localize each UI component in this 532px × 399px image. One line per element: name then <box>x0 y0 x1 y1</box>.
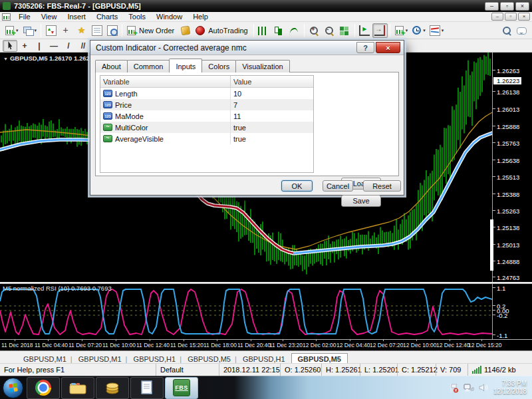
channel-button[interactable]: // <box>76 40 90 52</box>
data-window-button[interactable] <box>59 23 74 38</box>
price-axis[interactable]: 1.262631.261381.260131.258881.257631.256… <box>492 53 532 339</box>
rsi-indicator-label: M5 normalized RSI (10) 0.7693 0.7693 <box>3 285 112 292</box>
menu-view[interactable]: View <box>36 12 63 21</box>
status-profile[interactable]: Default <box>156 364 219 376</box>
market-watch-button[interactable] <box>43 23 59 38</box>
menu-charts[interactable]: Charts <box>91 12 123 21</box>
parameter-value[interactable]: true <box>231 124 313 132</box>
navigator-button[interactable]: ★ <box>74 23 89 38</box>
search-button[interactable] <box>499 23 514 38</box>
dialog-tab[interactable]: Common <box>127 60 170 72</box>
dialog-tab[interactable]: Colors <box>201 60 236 72</box>
auto-scroll-button[interactable] <box>357 23 372 38</box>
parameter-name: Price <box>115 101 132 109</box>
panel-splitter[interactable] <box>0 282 532 284</box>
mdi-close-button[interactable]: × <box>518 13 530 21</box>
dialog-tab[interactable]: About <box>95 60 128 72</box>
axis-scroll-thumb[interactable] <box>490 219 493 271</box>
terminal-button[interactable] <box>89 23 104 38</box>
vertical-line-button[interactable]: | <box>32 40 47 52</box>
menu-tools[interactable]: Tools <box>123 12 151 21</box>
time-axis[interactable]: 11 Dec 201811 Dec 04:4011 Dec 07:2011 De… <box>0 339 532 350</box>
close-button[interactable]: × <box>515 2 529 11</box>
new-order-button[interactable]: New Order <box>124 23 178 38</box>
menu-file[interactable]: File <box>13 12 36 21</box>
dialog-close-button[interactable]: × <box>376 42 400 53</box>
cursor-button[interactable] <box>3 40 17 52</box>
table-row[interactable]: Price 7 <box>100 99 313 110</box>
window-title: 7305206: FBS-Real-7 - [GBPUSD,M5] <box>14 2 141 10</box>
zoom-out-button[interactable]: - <box>322 23 337 38</box>
horizontal-line-button[interactable]: — <box>47 40 61 52</box>
speaker-icon[interactable] <box>479 383 489 392</box>
column-header-value[interactable]: Value <box>231 78 313 86</box>
dialog-tab[interactable]: Visualization <box>235 60 290 72</box>
action-center-flag-icon[interactable] <box>449 383 459 393</box>
parameter-type-icon <box>103 101 112 108</box>
candlestick-button[interactable] <box>271 23 287 38</box>
trendline-button[interactable]: / <box>61 40 76 52</box>
taskbar-explorer-button[interactable] <box>61 377 94 399</box>
periods-button[interactable]: ▾ <box>410 23 428 38</box>
rsi-axis-label: 1.1 <box>497 285 505 292</box>
menu-insert[interactable]: Insert <box>62 12 91 21</box>
price-axis-label: 1.25263 <box>497 207 519 215</box>
menu-help[interactable]: Help <box>188 12 213 21</box>
price-axis-label: 1.24888 <box>497 258 519 265</box>
signal-bars-icon <box>472 366 482 374</box>
dialog-tab[interactable]: Inputs <box>169 59 202 72</box>
price-axis-label: 1.26013 <box>497 106 519 113</box>
parameter-value[interactable]: 10 <box>231 90 313 98</box>
column-header-variable[interactable]: Variable <box>100 76 231 87</box>
chart-dropdown-icon[interactable]: ▼ <box>3 57 8 61</box>
taskbar-clock[interactable]: 7:33 PM 12/12/2018 <box>493 380 527 396</box>
table-row[interactable]: Length 10 <box>100 88 313 99</box>
parameters-table[interactable]: Variable Value Length 10 Price 7 MaMode … <box>100 75 314 173</box>
start-button[interactable] <box>3 378 23 398</box>
table-row[interactable]: MaMode 11 <box>100 110 313 122</box>
parameter-value[interactable]: 11 <box>231 112 313 120</box>
reset-button[interactable]: Reset <box>363 180 401 192</box>
crosshair-button[interactable]: + <box>17 40 32 52</box>
taskbar-fbs-button[interactable]: FBS <box>165 377 198 399</box>
chart-shift-button[interactable] <box>372 23 388 38</box>
maximize-button[interactable]: ▫ <box>500 2 514 11</box>
bar-chart-button[interactable] <box>256 23 271 38</box>
new-chart-button[interactable]: ▾ <box>3 23 21 38</box>
chart-system-icon[interactable] <box>2 13 11 21</box>
price-axis-label: 1.25638 <box>497 157 519 164</box>
tile-windows-button[interactable] <box>337 23 352 38</box>
zoom-in-button[interactable]: + <box>307 23 322 38</box>
rsi-chart[interactable] <box>0 284 492 339</box>
cursor-icon <box>5 41 15 51</box>
window-titlebar[interactable]: 7305206: FBS-Real-7 - [GBPUSD,M5] – ▫ × <box>0 0 532 12</box>
mdi-restore-button[interactable]: ▫ <box>505 13 517 21</box>
chevron-down-icon: ▾ <box>442 28 444 33</box>
mdi-minimize-button[interactable]: – <box>491 13 503 21</box>
taskbar-gold-app-button[interactable] <box>96 377 129 399</box>
custom-indicator-dialog[interactable]: Custom Indicator - Corrected average nmc… <box>90 40 404 196</box>
network-icon[interactable] <box>464 383 474 392</box>
price-axis-label: 1.25888 <box>497 123 519 130</box>
table-row[interactable]: MultiColor true <box>100 122 313 133</box>
indicators-button[interactable]: ▾ <box>392 23 410 38</box>
parameter-value[interactable]: true <box>231 135 313 143</box>
autotrading-button[interactable]: AutoTrading <box>193 23 251 38</box>
feedback-button[interactable] <box>514 23 529 38</box>
cancel-button[interactable]: Cancel <box>323 180 353 192</box>
parameter-value[interactable]: 7 <box>231 101 313 109</box>
templates-button[interactable]: ▾ <box>428 23 446 38</box>
line-chart-button[interactable] <box>287 23 302 38</box>
strategy-tester-button[interactable] <box>104 23 120 38</box>
menu-window[interactable]: Window <box>151 12 188 21</box>
save-button[interactable]: Save <box>341 195 381 207</box>
metaeditor-button[interactable] <box>178 23 193 38</box>
taskbar-notepad-button[interactable] <box>130 377 164 399</box>
ok-button[interactable]: OK <box>281 180 313 192</box>
minimize-button[interactable]: – <box>485 2 499 11</box>
taskbar-chrome-button[interactable] <box>27 377 60 399</box>
profiles-button[interactable]: ▾ <box>21 23 39 38</box>
table-row[interactable]: AverageVisible true <box>100 133 313 144</box>
rsi-subwindow[interactable]: M5 normalized RSI (10) 0.7693 0.7693 <box>0 284 492 339</box>
dialog-help-button[interactable]: ? <box>356 42 374 53</box>
